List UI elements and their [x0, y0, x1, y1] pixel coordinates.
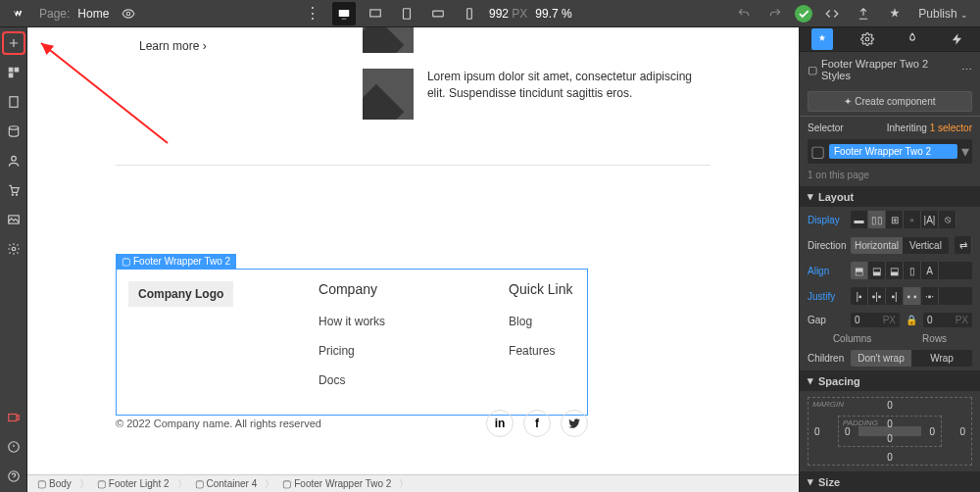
selector-label: Selector	[808, 123, 844, 133]
justify-start-icon[interactable]: |▪	[851, 287, 868, 305]
card-text: Lorem ipsum dolor sit amet, consectetur …	[427, 69, 710, 120]
add-element-icon[interactable]	[4, 33, 24, 53]
assets-icon[interactable]	[4, 210, 24, 229]
direction-horizontal[interactable]: Horizontal	[851, 237, 903, 254]
footer-link[interactable]: Blog	[509, 315, 575, 328]
crumb-footer-wrapper[interactable]: ▢ Footer Wrapper Two 2	[278, 478, 395, 489]
align-end-icon[interactable]: ⬓	[886, 262, 904, 279]
layout-section-header[interactable]: ▾ Layout	[800, 186, 980, 207]
more-icon[interactable]: ⋮	[301, 2, 324, 25]
designer-canvas[interactable]: Learn more › sagittis eros. Lorem ipsum …	[27, 27, 799, 474]
twitter-icon[interactable]	[561, 410, 588, 437]
selected-element[interactable]: ▢ Footer Wrapper Two 2 Company Logo Comp…	[116, 251, 588, 416]
svg-rect-6	[9, 97, 17, 108]
status-ok-icon[interactable]	[795, 5, 812, 23]
justify-between-icon[interactable]: ▪ ▪	[904, 287, 921, 305]
desktop-icon[interactable]	[364, 2, 387, 25]
footer-link[interactable]: How it works	[318, 315, 509, 328]
crumb-container[interactable]: ▢ Container 4	[191, 478, 262, 489]
interactions-icon[interactable]	[947, 28, 968, 50]
margin-bottom[interactable]: 0	[887, 452, 893, 463]
display-inline-icon[interactable]: |A|	[921, 211, 939, 228]
spacing-section-header[interactable]: ▾ Spacing	[800, 370, 980, 391]
selection-tag[interactable]: ▢ Footer Wrapper Two 2	[116, 254, 236, 269]
lock-icon[interactable]: 🔒	[906, 315, 917, 325]
children-nowrap[interactable]: Don't wrap	[851, 350, 911, 367]
justify-around-icon[interactable]: ·▪·	[921, 287, 939, 305]
footer-link[interactable]: Features	[509, 344, 575, 358]
list-item: sagittis eros.	[363, 27, 710, 53]
mobile-landscape-icon[interactable]	[426, 2, 450, 25]
crumb-footer-light[interactable]: ▢ Footer Light 2	[93, 478, 173, 489]
align-baseline-icon[interactable]: A	[921, 262, 939, 279]
padding-right[interactable]: 0	[929, 426, 935, 437]
create-component-button[interactable]: ✦ Create component	[808, 91, 972, 112]
justify-center-icon[interactable]: ▪|▪	[868, 287, 886, 305]
divider	[116, 165, 710, 166]
footer-link[interactable]: Docs	[318, 373, 509, 387]
margin-top[interactable]: 0	[887, 400, 893, 411]
align-center-icon[interactable]: ⬓	[868, 262, 886, 279]
style-tab-icon[interactable]	[811, 28, 833, 50]
learn-more-link[interactable]: Learn more ›	[116, 27, 333, 53]
export-icon[interactable]	[852, 2, 875, 25]
display-flex-icon[interactable]: ▯▯	[868, 211, 886, 228]
canvas-width[interactable]: 992 PX	[489, 7, 527, 21]
style-manager-icon[interactable]	[902, 28, 923, 50]
webflow-logo-icon[interactable]	[8, 2, 31, 25]
align-stretch-icon[interactable]: ▯	[904, 262, 921, 279]
reverse-icon[interactable]: ⇄	[955, 236, 972, 254]
navigator-icon[interactable]	[4, 63, 24, 82]
align-start-icon[interactable]: ⬒	[851, 262, 868, 279]
inheriting-label[interactable]: Inheriting 1 selector	[887, 123, 972, 133]
tablet-icon[interactable]	[395, 2, 418, 25]
padding-left[interactable]: 0	[845, 426, 851, 437]
padding-top[interactable]: 0	[887, 418, 893, 429]
preview-icon[interactable]	[117, 2, 140, 25]
size-section-header[interactable]: ▾ Size	[800, 471, 980, 492]
audit-rail-icon[interactable]	[4, 437, 24, 457]
footer-link[interactable]: Pricing	[318, 344, 509, 358]
padding-box[interactable]: PADDING 0 0 0 0	[838, 416, 942, 447]
code-icon[interactable]	[820, 2, 844, 25]
margin-box[interactable]: MARGIN 0 0 0 0 PADDING 0 0 0 0	[808, 397, 972, 466]
help-icon[interactable]	[4, 467, 24, 486]
desktop-base-icon[interactable]	[332, 2, 356, 25]
crumb-body[interactable]: ▢ Body	[33, 478, 75, 489]
cms-icon[interactable]	[4, 122, 24, 141]
gap-row-input[interactable]: 0PX	[923, 313, 972, 327]
canvas-area: Learn more › sagittis eros. Lorem ipsum …	[27, 27, 799, 492]
selector-tag[interactable]: Footer Wrapper Two 2	[829, 144, 957, 159]
facebook-icon[interactable]: f	[523, 410, 551, 437]
users-icon[interactable]	[4, 151, 24, 171]
display-grid-icon[interactable]: ⊞	[886, 211, 904, 228]
gap-col-input[interactable]: 0PX	[851, 313, 900, 327]
selector-input[interactable]: ▢ Footer Wrapper Two 2 ▾	[808, 139, 972, 164]
rows-label: Rows	[922, 333, 947, 344]
mobile-icon[interactable]	[458, 2, 481, 25]
company-logo[interactable]: Company Logo	[128, 281, 233, 307]
undo-icon[interactable]	[732, 2, 756, 25]
margin-right[interactable]: 0	[959, 426, 965, 437]
justify-end-icon[interactable]: ▪|	[886, 287, 904, 305]
audit-icon[interactable]	[883, 2, 906, 25]
padding-bottom[interactable]: 0	[887, 433, 893, 444]
direction-vertical[interactable]: Vertical	[903, 237, 949, 254]
settings-icon[interactable]	[4, 239, 24, 259]
zoom-level[interactable]: 99.7 %	[535, 7, 571, 21]
settings-tab-icon[interactable]	[857, 28, 878, 50]
publish-button[interactable]: Publish ⌄	[914, 7, 972, 21]
redo-icon[interactable]	[763, 2, 787, 25]
display-none-icon[interactable]: ⦸	[939, 211, 956, 228]
display-block-icon[interactable]: ▬	[851, 211, 868, 228]
list-item: Lorem ipsum dolor sit amet, consectetur …	[363, 69, 710, 120]
ecommerce-icon[interactable]	[4, 180, 24, 200]
display-inline-block-icon[interactable]: ▫	[904, 211, 921, 228]
margin-left[interactable]: 0	[814, 426, 820, 437]
video-icon[interactable]	[4, 408, 24, 427]
pages-icon[interactable]	[4, 92, 24, 112]
children-wrap[interactable]: Wrap	[911, 350, 972, 367]
page-name[interactable]: Home	[77, 7, 109, 21]
styles-title: ▢ Footer Wrapper Two 2 Styles ⋯	[800, 52, 980, 87]
linkedin-icon[interactable]: in	[486, 410, 514, 437]
